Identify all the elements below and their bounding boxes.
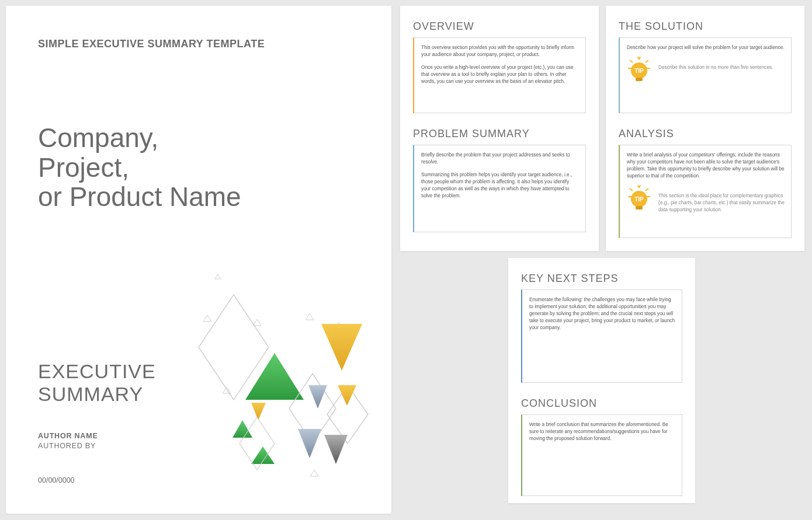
problem-title: PROBLEM SUMMARY xyxy=(413,128,586,140)
cover-title-line: Project, xyxy=(38,153,362,183)
author-block: AUTHOR NAME AUTHORED BY xyxy=(38,432,362,450)
svg-rect-24 xyxy=(636,206,643,210)
analysis-body: Write a brief analysis of your competito… xyxy=(619,145,792,238)
overview-text: This overview section provides you with … xyxy=(421,44,579,58)
keynext-text: Enumerate the following: the challenges … xyxy=(529,296,676,331)
panel-solution-analysis: THE SOLUTION Describe how your project w… xyxy=(606,6,804,251)
svg-marker-3 xyxy=(306,313,314,320)
exec-line: EXECUTIVE xyxy=(38,360,362,383)
template-canvas: SIMPLE EXECUTIVE SUMMARY TEMPLATE Compan… xyxy=(6,6,806,514)
overview-text: Once you write a high-level overview of … xyxy=(421,64,579,85)
overview-body: This overview section provides you with … xyxy=(413,37,586,113)
svg-rect-21 xyxy=(636,78,643,81)
keynext-title: KEY NEXT STEPS xyxy=(521,273,682,285)
analysis-text: Write a brief analysis of your competito… xyxy=(627,151,785,179)
cover-title-line: Company, xyxy=(38,123,362,153)
cover-date: 00/00/0000 xyxy=(38,476,362,484)
panel-keynext-conclusion: KEY NEXT STEPS Enumerate the following: … xyxy=(508,258,695,503)
exec-line: SUMMARY xyxy=(38,383,362,406)
svg-marker-0 xyxy=(215,274,221,279)
conclusion-title: CONCLUSION xyxy=(521,397,682,410)
authored-by-label: AUTHORED BY xyxy=(38,442,362,450)
problem-body: Briefly describe the problem that your p… xyxy=(413,145,586,232)
solution-body: Describe how your project will solve the… xyxy=(619,37,792,113)
problem-text: Briefly describe the problem that your p… xyxy=(421,151,579,165)
cover-header: SIMPLE EXECUTIVE SUMMARY TEMPLATE xyxy=(38,38,362,50)
svg-marker-1 xyxy=(203,315,211,322)
tip-icon: TIP xyxy=(627,57,651,86)
panel-overview-problem: OVERVIEW This overview section provides … xyxy=(400,6,599,251)
solution-tip: TIP Describe this solution in no more th… xyxy=(627,57,785,86)
solution-title: THE SOLUTION xyxy=(619,20,792,33)
svg-text:TIP: TIP xyxy=(634,196,644,203)
cover-title-line: or Product Name xyxy=(38,182,362,212)
conclusion-body: Write a brief conclusion that summarizes… xyxy=(521,414,682,496)
solution-text: Describe how your project will solve the… xyxy=(627,44,785,51)
tip-icon: TIP xyxy=(627,185,651,215)
keynext-body: Enumerate the following: the challenges … xyxy=(521,289,682,383)
analysis-title: ANALYSIS xyxy=(619,128,792,140)
executive-summary-heading: EXECUTIVE SUMMARY xyxy=(38,360,362,406)
analysis-tip-text: This section is the ideal place for comp… xyxy=(658,185,785,213)
analysis-tip: TIP This section is the ideal place for … xyxy=(627,185,785,215)
row-top: OVERVIEW This overview section provides … xyxy=(400,6,804,251)
solution-tip-text: Describe this solution in no more than f… xyxy=(658,57,773,71)
cover-title: Company, Project, or Product Name xyxy=(38,123,362,212)
cover-lower: EXECUTIVE SUMMARY AUTHOR NAME AUTHORED B… xyxy=(38,360,362,484)
problem-text: Summarizing this problem helps you ident… xyxy=(421,171,579,199)
author-name: AUTHOR NAME xyxy=(38,432,362,440)
conclusion-text: Write a brief conclusion that summarizes… xyxy=(529,421,676,442)
overview-title: OVERVIEW xyxy=(413,20,586,33)
cover-page: SIMPLE EXECUTIVE SUMMARY TEMPLATE Compan… xyxy=(6,6,391,514)
svg-text:TIP: TIP xyxy=(634,68,644,74)
right-column: OVERVIEW This overview section provides … xyxy=(400,6,804,503)
